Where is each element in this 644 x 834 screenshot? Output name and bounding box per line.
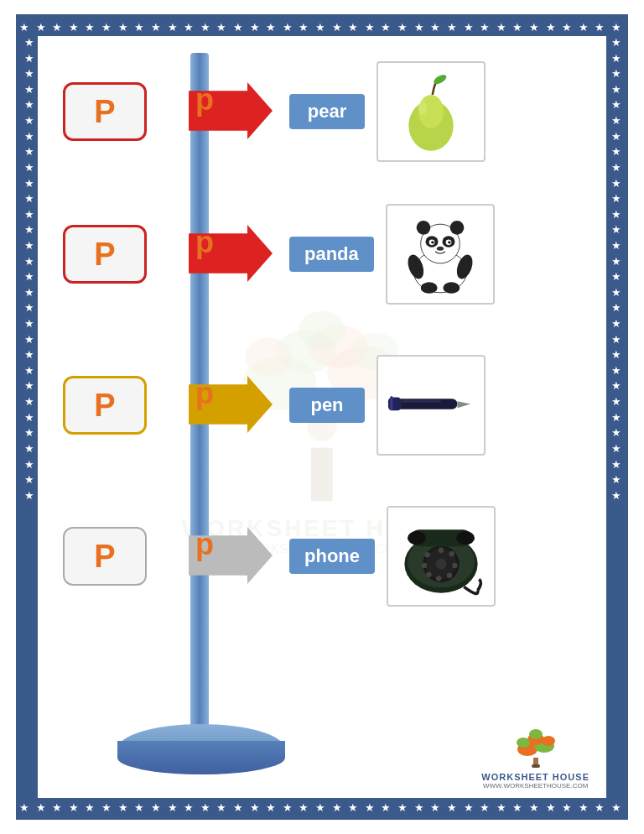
letter-P-2: P bbox=[94, 237, 115, 273]
svg-point-11 bbox=[418, 102, 427, 116]
arrow-4: p bbox=[189, 527, 281, 586]
arrow-letter-2: p bbox=[189, 225, 214, 259]
svg-point-39 bbox=[452, 563, 457, 568]
svg-point-26 bbox=[420, 282, 437, 293]
star-col-left: ★ ★ ★ ★ ★ ★ ★ ★ ★ ★ ★ ★ ★ ★ ★ ★ ★ ★ ★ ★ … bbox=[20, 36, 38, 502]
svg-point-38 bbox=[449, 551, 454, 556]
panda-svg bbox=[394, 212, 486, 296]
svg-point-16 bbox=[449, 221, 464, 235]
image-box-phone bbox=[387, 506, 496, 607]
arrow-1: p bbox=[189, 82, 281, 141]
star-col-right: ★ ★ ★ ★ ★ ★ ★ ★ ★ ★ ★ ★ ★ ★ ★ ★ ★ ★ ★ ★ … bbox=[607, 36, 625, 502]
row-panda: P p panda bbox=[38, 204, 495, 305]
svg-point-27 bbox=[443, 282, 460, 293]
word-panda: panda bbox=[289, 237, 374, 272]
svg-point-44 bbox=[424, 552, 429, 557]
svg-point-42 bbox=[426, 572, 431, 577]
svg-point-55 bbox=[529, 729, 543, 739]
letter-P-1: P bbox=[94, 94, 115, 130]
row-phone: P p phone bbox=[38, 506, 496, 607]
image-box-pear bbox=[377, 61, 486, 162]
pen-svg bbox=[385, 363, 477, 447]
star-row-bottom: ★ ★ ★ ★ ★ ★ ★ ★ ★ ★ ★ ★ ★ ★ ★ ★ ★ ★ ★ ★ … bbox=[19, 801, 625, 814]
letter-box-P-1: P bbox=[63, 82, 147, 141]
svg-marker-30 bbox=[457, 401, 470, 408]
star-border-top: ★ ★ ★ ★ ★ ★ ★ ★ ★ ★ ★ ★ ★ ★ ★ ★ ★ ★ ★ ★ … bbox=[19, 18, 625, 36]
arrow-2: p bbox=[189, 225, 281, 284]
svg-point-21 bbox=[431, 241, 434, 243]
arrow-letter-1: p bbox=[189, 82, 214, 117]
svg-rect-31 bbox=[390, 396, 392, 410]
svg-point-40 bbox=[447, 573, 452, 578]
svg-point-54 bbox=[542, 736, 555, 746]
row-pen: P p pen bbox=[38, 355, 486, 456]
svg-point-45 bbox=[436, 559, 447, 570]
base-cylinder bbox=[117, 724, 285, 774]
logo-tree-svg bbox=[511, 726, 561, 772]
svg-point-37 bbox=[439, 548, 444, 553]
letter-box-P-4: P bbox=[63, 527, 147, 586]
svg-rect-32 bbox=[402, 400, 441, 403]
svg-point-47 bbox=[408, 531, 426, 545]
arrow-letter-4: p bbox=[189, 527, 214, 561]
word-pen: pen bbox=[289, 388, 365, 423]
svg-point-41 bbox=[436, 576, 441, 581]
letter-box-P-2: P bbox=[63, 225, 147, 284]
svg-point-43 bbox=[422, 563, 427, 568]
arrow-letter-3: p bbox=[189, 376, 214, 410]
logo-area: WORKSHEET HOUSE WWW.WORKSHEETHOUSE.COM bbox=[481, 726, 589, 790]
svg-point-15 bbox=[416, 221, 430, 235]
pear-svg bbox=[385, 70, 477, 154]
star-border-left: ★ ★ ★ ★ ★ ★ ★ ★ ★ ★ ★ ★ ★ ★ ★ ★ ★ ★ ★ ★ … bbox=[19, 36, 38, 798]
image-box-pen bbox=[377, 355, 486, 456]
content-area: WORKSHEET HOUSE WORKSHEETHOUSE.COM P p p… bbox=[38, 36, 606, 798]
letter-P-4: P bbox=[94, 539, 115, 575]
svg-point-48 bbox=[456, 531, 475, 545]
word-pear: pear bbox=[289, 94, 365, 129]
svg-point-22 bbox=[448, 241, 450, 243]
letter-P-3: P bbox=[94, 388, 115, 424]
svg-point-23 bbox=[437, 247, 444, 251]
star-row-top: ★ ★ ★ ★ ★ ★ ★ ★ ★ ★ ★ ★ ★ ★ ★ ★ ★ ★ ★ ★ … bbox=[19, 21, 625, 34]
page: ★ ★ ★ ★ ★ ★ ★ ★ ★ ★ ★ ★ ★ ★ ★ ★ ★ ★ ★ ★ … bbox=[16, 14, 628, 820]
logo-subtitle: WWW.WORKSHEETHOUSE.COM bbox=[483, 782, 588, 790]
arrow-3: p bbox=[189, 376, 281, 435]
star-border-bottom: ★ ★ ★ ★ ★ ★ ★ ★ ★ ★ ★ ★ ★ ★ ★ ★ ★ ★ ★ ★ … bbox=[19, 798, 625, 816]
image-box-panda bbox=[386, 204, 495, 305]
word-phone: phone bbox=[289, 539, 375, 574]
svg-rect-56 bbox=[532, 764, 540, 768]
logo-title: WORKSHEET HOUSE bbox=[481, 772, 589, 782]
phone-svg bbox=[395, 514, 487, 598]
row-pear: P p pear bbox=[38, 61, 486, 162]
svg-rect-29 bbox=[388, 398, 402, 411]
svg-point-6 bbox=[299, 311, 345, 350]
svg-point-53 bbox=[517, 738, 530, 748]
letter-box-P-3: P bbox=[63, 376, 147, 435]
star-border-right: ★ ★ ★ ★ ★ ★ ★ ★ ★ ★ ★ ★ ★ ★ ★ ★ ★ ★ ★ ★ … bbox=[606, 36, 625, 798]
svg-rect-0 bbox=[311, 448, 332, 502]
